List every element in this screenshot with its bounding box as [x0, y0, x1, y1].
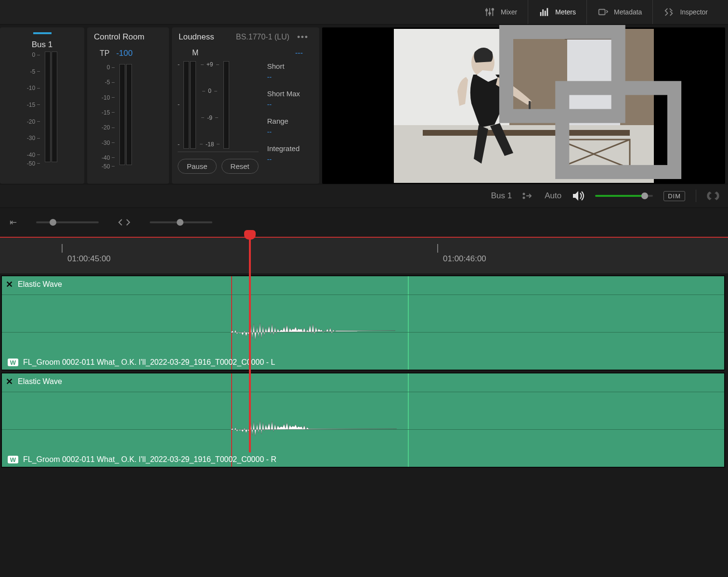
svg-point-19: [523, 197, 525, 199]
bus-scale: 0 -5 -10 -15 -20 -30 -40-50: [27, 50, 40, 162]
waveform-right: [231, 413, 414, 447]
timecode-1: 01:00:45:00: [67, 254, 111, 264]
mixer-label: Mixer: [501, 8, 517, 16]
clip-name-left: FL_Groom 0002-011 What_ O.K. I'll_2022-0…: [23, 358, 275, 367]
bus-meter-bars: [45, 50, 57, 162]
horizontal-expand-icon[interactable]: [118, 218, 130, 227]
mixer-tab[interactable]: Mixer: [474, 0, 528, 24]
loudness-standard: BS.1770-1 (LU): [236, 33, 289, 41]
svg-point-1: [489, 13, 491, 14]
top-toolbar: Mixer Meters Metadata Inspector: [0, 0, 728, 25]
speaker-icon[interactable]: [572, 190, 585, 202]
metadata-label: Metadata: [614, 8, 642, 16]
timeline: 01:00:45:00 01:00:46:00 ✕ Elastic Wave W…: [0, 237, 728, 468]
clip-close-icon[interactable]: ✕: [6, 376, 13, 387]
metadata-icon: [598, 7, 608, 17]
shortmax-value: --: [267, 101, 300, 108]
volume-slider[interactable]: [595, 195, 653, 197]
ctrl-meter-bars: [119, 62, 132, 165]
timecode-2: 01:00:46:00: [443, 254, 486, 264]
anchor-left-icon[interactable]: ⇤: [10, 217, 17, 228]
shortmax-label: Short Max: [267, 90, 300, 98]
dual-view-icon[interactable]: [460, 25, 720, 179]
svg-rect-4: [543, 10, 544, 16]
loudness-panel: Loudness BS.1770-1 (LU) ••• M --- --- +9…: [172, 27, 319, 184]
meters-icon: [539, 7, 549, 17]
clip-source-icon: W: [8, 359, 18, 366]
loudness-meters: --- +9 0 -9 -18: [178, 61, 259, 148]
inspector-tab[interactable]: Inspector: [652, 0, 718, 24]
monitor-bus[interactable]: Bus 1: [491, 191, 512, 201]
time-ruler[interactable]: 01:00:45:00 01:00:46:00: [0, 237, 728, 273]
panels-row: Bus 1 0 -5 -10 -15 -20 -30 -40-50 Contro…: [0, 25, 728, 184]
metadata-tab[interactable]: Metadata: [586, 0, 652, 24]
integrated-value: --: [267, 155, 300, 163]
bus-title: Bus 1: [32, 40, 52, 50]
svg-point-0: [486, 10, 488, 12]
waveform-left: [231, 316, 414, 349]
loudness-title: Loudness: [179, 32, 214, 42]
svg-rect-7: [599, 10, 605, 15]
clip-name-right: FL_Groom 0002-011 What_ O.K. I'll_2022-0…: [23, 455, 276, 464]
video-preview[interactable]: [322, 27, 725, 184]
svg-point-18: [523, 193, 525, 195]
range-value: --: [267, 128, 300, 136]
surround-icon[interactable]: [707, 190, 719, 202]
vertical-zoom-slider[interactable]: [36, 221, 99, 223]
control-room-panel: Control Room TP -100 0 -5 -10 -15 -20 -3…: [87, 27, 169, 184]
loudness-m-value: ---: [295, 49, 303, 57]
svg-rect-3: [540, 12, 542, 16]
short-label: Short: [267, 62, 300, 70]
svg-rect-5: [545, 11, 546, 16]
inspector-label: Inspector: [680, 8, 708, 16]
short-value: --: [267, 73, 300, 81]
audio-clip-right[interactable]: ✕ Elastic Wave W FL_Groom 0002-011 What_…: [1, 372, 725, 468]
loudness-pause-button[interactable]: Pause: [178, 159, 217, 174]
clip-close-icon[interactable]: ✕: [6, 279, 13, 290]
monitor-auto[interactable]: Auto: [545, 191, 561, 201]
loudness-m-label: M: [192, 49, 198, 57]
control-room-title: Control Room: [87, 27, 169, 47]
svg-point-2: [492, 9, 494, 11]
tp-label: TP: [100, 49, 109, 58]
range-label: Range: [267, 117, 300, 125]
bus-meter-panel: Bus 1 0 -5 -10 -15 -20 -30 -40-50: [0, 27, 84, 184]
bus-accent-line: [33, 32, 52, 34]
horizontal-zoom-slider[interactable]: [150, 221, 212, 223]
clip-effect-name: Elastic Wave: [18, 280, 62, 289]
integrated-label: Integrated: [267, 144, 300, 153]
loudness-reset-button[interactable]: Reset: [221, 159, 259, 174]
playhead[interactable]: [249, 231, 251, 452]
zoom-slider-row: ⇤: [0, 208, 728, 237]
meters-label: Meters: [555, 8, 576, 16]
ctrl-scale: 0 -5 -10 -15 -20 -30 -40-50: [102, 62, 115, 165]
tp-value: -100: [116, 49, 132, 58]
mixer-icon: [484, 7, 495, 17]
audio-clip-left[interactable]: ✕ Elastic Wave W FL_Groom 0002-011 What_…: [1, 275, 725, 371]
loudness-menu-icon[interactable]: •••: [293, 32, 312, 42]
svg-rect-6: [547, 8, 548, 16]
clip-source-icon: W: [8, 456, 18, 463]
route-arrow-icon: [522, 192, 534, 199]
tracks: ✕ Elastic Wave W FL_Groom 0002-011 What_…: [0, 273, 728, 468]
clip-effect-name: Elastic Wave: [18, 377, 62, 386]
playhead-cap[interactable]: [244, 230, 256, 240]
monitor-row: Bus 1 Auto DIM: [0, 184, 728, 208]
inspector-icon: [663, 7, 674, 17]
meters-tab[interactable]: Meters: [528, 0, 586, 24]
dim-button[interactable]: DIM: [663, 191, 685, 201]
